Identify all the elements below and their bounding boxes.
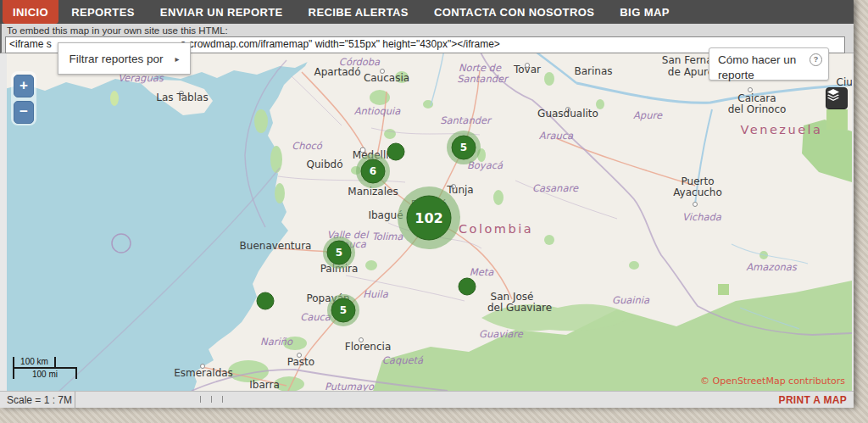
island — [110, 91, 119, 106]
map-label: Antioquia — [354, 105, 402, 117]
embed-code-prefix: <iframe s — [9, 38, 52, 50]
how-to-report-label: Cómo hacer un reporte — [718, 53, 796, 81]
map-label: Norte de — [459, 62, 502, 74]
map-label: del Orinoco — [728, 103, 787, 115]
map-label: Apartadó — [314, 66, 360, 78]
nav-reportes[interactable]: REPORTES — [58, 0, 147, 24]
map-label: Florencia — [345, 341, 392, 353]
map-label: del Guaviare — [487, 302, 552, 314]
osm-attribution[interactable]: © OpenStreetMap contributors — [700, 376, 845, 387]
cluster-count: 5 — [340, 304, 347, 316]
map-label: Apure — [633, 109, 663, 121]
map-canvas[interactable]: VeraguasLas TablasCórdobaApartadóCaucasi… — [7, 53, 852, 391]
how-to-report-button[interactable]: Cómo hacer un reporte ? — [709, 47, 829, 81]
top-nav: INICIO REPORTES ENVIAR UN REPORTE RECIBE… — [0, 0, 854, 24]
map-label: Caucasia — [364, 72, 409, 84]
layers-button[interactable] — [826, 87, 848, 109]
app-window: INICIO REPORTES ENVIAR UN REPORTE RECIBE… — [0, 0, 854, 408]
map-label: Las Tablas — [156, 92, 208, 103]
map-label: Putumayo — [325, 381, 375, 391]
cluster-count: 6 — [370, 165, 376, 177]
report-dot-marker[interactable] — [257, 292, 274, 309]
map-label: de Apure — [668, 66, 714, 78]
map-label: Santander — [440, 114, 492, 126]
nav-enviar-reporte[interactable]: ENVIAR UN REPORTE — [147, 0, 296, 24]
map-label: Nariño — [260, 336, 293, 348]
cluster-count: 5 — [336, 247, 342, 259]
map-label: Ibarra — [249, 379, 280, 391]
embed-code-suffix: a.crowdmap.com/iframemap" width="515px" … — [181, 38, 500, 50]
filter-reports-label: Filtrar reportes por — [69, 53, 163, 65]
map-label: Pasto — [287, 356, 314, 368]
cluster-marker[interactable]: 102 — [398, 186, 460, 249]
map-label: Tolima — [372, 231, 404, 242]
cluster-marker[interactable]: 6 — [356, 154, 390, 188]
map-label: Caquetá — [382, 354, 424, 366]
filter-reports-dropdown[interactable]: Filtrar reportes por ▸ — [58, 42, 191, 75]
map-label: Colombia — [459, 222, 533, 236]
zoom-in-button[interactable]: + — [14, 75, 34, 97]
layers-icon — [826, 88, 840, 102]
status-divider — [75, 392, 75, 409]
map-label: San José — [491, 291, 534, 303]
map-scalebar: 100 km 100 mi — [13, 357, 77, 379]
embed-label: To embed this map in your own site use t… — [2, 24, 854, 36]
resize-grip[interactable] — [200, 396, 223, 403]
print-a-map-link[interactable]: PRINT A MAP — [779, 394, 847, 406]
map-label: Quibdó — [307, 159, 343, 170]
map-label: Tunja — [446, 184, 473, 196]
map-label: Esmeraldas — [174, 367, 233, 379]
cluster-count: 102 — [415, 210, 442, 226]
map-label: Guasdualito — [537, 108, 598, 120]
zoom-out-button[interactable]: − — [14, 101, 34, 124]
map-scale-readout: Scale = 1 : 7M — [7, 394, 72, 406]
chevron-right-icon: ▸ — [175, 54, 180, 64]
nav-recibe-alertas[interactable]: RECIBE ALERTAS — [296, 0, 421, 24]
cluster-marker[interactable]: 5 — [447, 131, 481, 164]
map-label: Vichada — [682, 211, 722, 223]
map-label: Caicara — [737, 92, 776, 104]
nav-big-map[interactable]: BIG MAP — [607, 0, 682, 24]
map-label: Huila — [363, 288, 388, 300]
cluster-count: 5 — [460, 142, 467, 153]
cluster-marker[interactable]: 5 — [323, 237, 355, 269]
map-label: Cauca — [300, 311, 331, 323]
map-label: Ayacucho — [673, 186, 722, 198]
map-label: Santander — [457, 73, 509, 85]
map-label: Venezuela — [741, 123, 823, 136]
map-label: Buenaventura — [240, 240, 312, 252]
map-label: Tovar — [513, 64, 541, 75]
report-dot-marker[interactable] — [387, 143, 404, 160]
map-label: Meta — [470, 266, 495, 278]
map-label: Arauca — [539, 130, 574, 142]
nav-inicio[interactable]: INICIO — [3, 0, 58, 24]
map-label: Barinas — [574, 65, 612, 77]
question-mark-icon: ? — [810, 53, 822, 66]
cluster-marker[interactable]: 5 — [327, 294, 359, 326]
report-dot-marker[interactable] — [459, 278, 476, 295]
map-label: Puerto — [682, 175, 715, 187]
nav-contacta[interactable]: CONTACTA CON NOSOTROS — [421, 0, 607, 24]
map-label: Guaviare — [479, 328, 524, 340]
status-bar: Scale = 1 : 7M PRINT A MAP — [0, 391, 854, 408]
zoom-control: + − — [11, 71, 36, 125]
map-label: Ciud — [837, 76, 852, 88]
map-label: Casanare — [532, 182, 579, 194]
map-label: Guainia — [612, 294, 650, 306]
scalebar-mi: 100 mi — [13, 367, 77, 379]
map-label: Chocó — [292, 140, 323, 152]
basemap: VeraguasLas TablasCórdobaApartadóCaucasi… — [7, 53, 852, 391]
map-label: Amazonas — [746, 261, 798, 273]
